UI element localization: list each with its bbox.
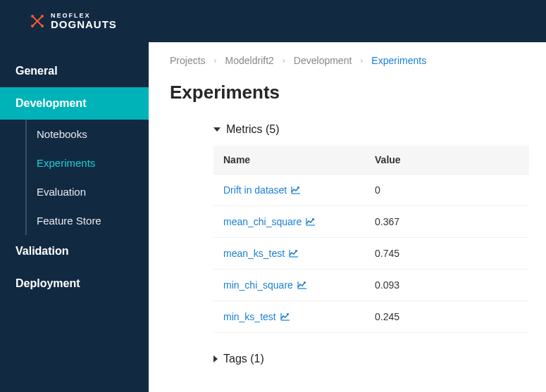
- metrics-section: Metrics (5) Name Value Drift in dataset0…: [213, 123, 529, 333]
- sidebar-item-general[interactable]: General: [0, 55, 149, 87]
- brand-line2: DOGNAUTS: [51, 19, 117, 30]
- brand-mark-icon: [30, 13, 45, 29]
- chart-icon: [291, 186, 301, 194]
- breadcrumb-modeldrift2[interactable]: Modeldrift2: [225, 55, 274, 66]
- chevron-right-icon: ›: [283, 56, 285, 65]
- topbar: NEOFLEX DOGNAUTS: [0, 0, 546, 42]
- sidebar: General Development Notebooks Experiment…: [0, 42, 149, 392]
- sidebar-sub-label: Notebooks: [37, 128, 87, 140]
- brand-text: NEOFLEX DOGNAUTS: [51, 13, 117, 30]
- metric-value: 0.367: [365, 206, 529, 238]
- chart-icon: [280, 312, 290, 321]
- metric-link[interactable]: mean_chi_square: [223, 216, 316, 227]
- metric-value: 0.745: [365, 238, 529, 270]
- metrics-header[interactable]: Metrics (5): [213, 123, 529, 136]
- breadcrumb-projects[interactable]: Projects: [170, 55, 206, 66]
- sidebar-sub-experiments[interactable]: Experiments: [25, 148, 149, 177]
- metric-value: 0.245: [365, 301, 529, 333]
- sidebar-sub-evaluation[interactable]: Evaluation: [25, 177, 149, 206]
- svg-point-3: [41, 15, 44, 18]
- tags-header-label: Tags (1): [223, 353, 264, 365]
- chevron-right-icon: ›: [360, 56, 363, 65]
- metric-name-text: min_ks_test: [223, 311, 276, 322]
- sidebar-sub-feature-store[interactable]: Feature Store: [25, 206, 149, 235]
- svg-point-2: [31, 15, 34, 18]
- chevron-right-icon: ›: [214, 56, 217, 65]
- main-content: Projects › Modeldrift2 › Development › E…: [149, 42, 546, 392]
- metric-value: 0.093: [365, 270, 529, 301]
- sidebar-sub-label: Evaluation: [37, 186, 86, 198]
- svg-point-5: [41, 25, 44, 27]
- table-row: Drift in dataset0: [213, 175, 529, 206]
- metric-name-text: min_chi_square: [223, 279, 293, 291]
- brand-logo[interactable]: NEOFLEX DOGNAUTS: [30, 13, 117, 30]
- metric-link[interactable]: min_chi_square: [223, 279, 307, 291]
- metric-link[interactable]: mean_ks_test: [223, 248, 299, 259]
- metric-value: 0: [365, 175, 529, 206]
- caret-down-icon: [213, 127, 221, 132]
- metric-name-text: mean_ks_test: [223, 248, 285, 259]
- sidebar-sub-notebooks[interactable]: Notebooks: [25, 120, 149, 148]
- sidebar-sub-label: Experiments: [37, 157, 95, 169]
- breadcrumb: Projects › Modeldrift2 › Development › E…: [170, 55, 529, 66]
- sidebar-item-label: General: [15, 65, 58, 77]
- col-header-value[interactable]: Value: [365, 146, 529, 175]
- table-row: min_chi_square0.093: [213, 270, 529, 301]
- chart-icon: [306, 217, 316, 226]
- tags-header[interactable]: Tags (1): [213, 353, 529, 365]
- chart-icon: [289, 249, 299, 258]
- tags-section: Tags (1): [213, 353, 529, 365]
- table-row: min_ks_test0.245: [213, 301, 529, 333]
- caret-right-icon: [213, 355, 218, 362]
- metric-link[interactable]: Drift in dataset: [223, 184, 301, 196]
- breadcrumb-experiments[interactable]: Experiments: [371, 55, 426, 66]
- sidebar-item-label: Development: [15, 97, 86, 109]
- table-row: mean_chi_square0.367: [213, 206, 529, 238]
- metric-name-text: Drift in dataset: [223, 184, 287, 196]
- sidebar-item-label: Deployment: [15, 277, 80, 289]
- sidebar-sub-label: Feature Store: [37, 215, 101, 227]
- svg-point-4: [31, 25, 34, 27]
- metric-link[interactable]: min_ks_test: [223, 311, 290, 322]
- metrics-table: Name Value Drift in dataset0mean_chi_squ…: [213, 146, 529, 333]
- breadcrumb-development[interactable]: Development: [294, 55, 352, 66]
- col-header-name[interactable]: Name: [213, 146, 365, 175]
- sidebar-item-validation[interactable]: Validation: [0, 235, 149, 267]
- table-row: mean_ks_test0.745: [213, 238, 529, 270]
- sidebar-item-development[interactable]: Development: [0, 87, 149, 120]
- sidebar-item-label: Validation: [15, 245, 69, 257]
- metric-name-text: mean_chi_square: [223, 216, 302, 227]
- sidebar-item-deployment[interactable]: Deployment: [0, 267, 149, 300]
- chart-icon: [297, 281, 307, 289]
- metrics-header-label: Metrics (5): [226, 123, 280, 136]
- page-title: Experiments: [170, 82, 529, 103]
